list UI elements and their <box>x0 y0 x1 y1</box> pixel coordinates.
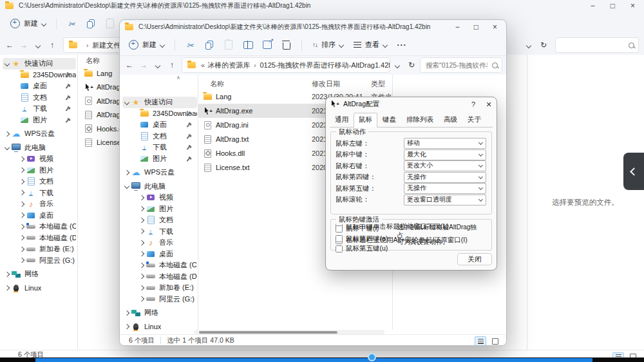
media-progress-knob[interactable] <box>368 353 376 361</box>
sidebar-item[interactable]: 快速访问 <box>122 97 197 108</box>
sidebar-item[interactable]: 桌面 <box>3 210 76 222</box>
dialog-tab[interactable]: 通用 <box>330 113 354 127</box>
sidebar-item[interactable]: 桌面 <box>122 249 197 260</box>
dialog-tab[interactable]: 排除列表 <box>401 113 439 127</box>
copy-button[interactable] <box>81 17 100 31</box>
new-button[interactable]: 新建 <box>5 16 51 31</box>
sidebar-item[interactable]: 阿里云 (G:) <box>3 255 76 267</box>
expand-chevron-icon[interactable] <box>3 132 11 136</box>
dialog-tab[interactable]: 高级 <box>439 113 462 127</box>
hotkey-checkbox[interactable]: 鼠标第五键(u) <box>336 244 400 253</box>
expand-chevron-icon[interactable] <box>17 202 26 206</box>
file-row[interactable]: AltDrag.exe 2021/ <box>79 81 120 95</box>
sidebar-item[interactable]: Linux <box>122 321 197 333</box>
expand-chevron-icon[interactable] <box>137 218 146 222</box>
expand-chevron-icon[interactable] <box>137 297 146 301</box>
expand-chevron-icon[interactable] <box>17 213 26 217</box>
sidebar-item[interactable]: 桌面 <box>122 119 197 131</box>
sidebar-item[interactable]: 图片 <box>3 115 76 126</box>
media-progress-bar[interactable] <box>35 358 592 362</box>
sidebar-item[interactable]: 下载 <box>3 103 76 115</box>
sidebar-item[interactable]: 文档 <box>3 92 76 104</box>
expand-chevron-icon[interactable] <box>122 171 131 175</box>
address-bar[interactable]: « 冰棒的资源库 › 0125-拖拽软件界面进行移动-AltDrag1.42bi… <box>182 57 390 73</box>
refresh-button[interactable] <box>536 41 551 50</box>
expand-chevron-icon[interactable] <box>137 252 146 256</box>
back-titlebar[interactable]: C:\Users\Administrator\Desktop\新建文件夹\冰棒的… <box>0 0 644 12</box>
close-dialog-button[interactable]: 关闭 <box>457 253 492 265</box>
recent-locations-button[interactable] <box>151 61 165 70</box>
expand-chevron-icon[interactable] <box>17 247 26 251</box>
sidebar-item[interactable]: 新加卷 (E:) <box>122 282 197 294</box>
expand-chevron-icon[interactable] <box>137 229 146 233</box>
recent-locations-button[interactable] <box>31 41 45 50</box>
delete-button[interactable] <box>277 38 296 52</box>
sidebar-item[interactable]: 视频 <box>122 192 197 204</box>
search-input[interactable] <box>421 61 502 69</box>
hotkey-checkbox[interactable]: 鼠标第四键(o) <box>336 234 400 243</box>
paste-button[interactable] <box>219 38 238 52</box>
sidebar-item[interactable]: 网络 <box>3 269 76 280</box>
file-row[interactable]: Lang 2023/1/30 20:41 文件夹 <box>79 66 120 81</box>
sidebar-item[interactable]: 图片 <box>122 204 197 215</box>
sidebar-item[interactable]: 本地磁盘 (C:) <box>3 221 76 233</box>
search-box[interactable] <box>420 57 502 73</box>
sidebar-item[interactable]: 下载 <box>3 187 76 199</box>
sidebar-item[interactable]: 新加卷 (E:) <box>3 243 76 255</box>
minimize-button[interactable]: − <box>591 1 595 10</box>
address-dropdown-button[interactable] <box>522 41 536 50</box>
expand-chevron-icon[interactable] <box>137 274 146 278</box>
expand-chevron-icon[interactable] <box>122 100 131 104</box>
action-select[interactable]: 移动 <box>404 138 486 149</box>
expand-chevron-icon[interactable] <box>17 258 26 262</box>
breadcrumb-overflow[interactable]: « <box>201 61 205 69</box>
checkbox-box[interactable] <box>336 235 343 242</box>
column-name[interactable]: 名称 <box>210 79 224 89</box>
rename-button[interactable] <box>238 38 258 52</box>
expand-chevron-icon[interactable] <box>137 241 146 245</box>
action-select[interactable]: 无操作 <box>404 183 486 194</box>
sidebar-item[interactable]: 文档 <box>122 131 197 142</box>
expand-chevron-icon[interactable] <box>17 191 26 195</box>
dialog-close-button[interactable]: ✕ <box>481 100 497 109</box>
sort-button[interactable]: ↑↓ 排序 <box>307 37 348 52</box>
sidebar-item[interactable]: 2345Downloads <box>3 70 76 81</box>
restore-button[interactable]: □ <box>611 1 615 10</box>
expand-chevron-icon[interactable] <box>17 157 26 161</box>
dialog-titlebar[interactable]: AltDrag配置 ? ✕ <box>326 97 497 111</box>
maximize-button[interactable]: □ <box>474 23 478 32</box>
expand-chevron-icon[interactable] <box>17 168 26 172</box>
view-button[interactable]: 查看 <box>348 37 392 52</box>
close-button[interactable]: × <box>493 23 497 32</box>
expand-chevron-icon[interactable] <box>122 325 131 329</box>
address-dropdown-button[interactable] <box>390 61 404 70</box>
paste-button[interactable] <box>100 17 120 31</box>
sidebar-item[interactable]: 本地磁盘 (D:) <box>3 233 76 244</box>
sidebar-item[interactable]: 本地磁盘 (D:) <box>122 271 197 283</box>
file-row[interactable]: AltDrag.ini 2023/1 <box>79 94 120 108</box>
file-row[interactable]: Hooks.dll 2021/4 <box>79 122 120 136</box>
sidebar-item[interactable]: 图片 <box>122 153 197 165</box>
sidebar-item[interactable]: 文档 <box>3 176 76 187</box>
scrollbar-thumb[interactable] <box>199 331 337 334</box>
sidebar-item[interactable]: 网络 <box>122 307 197 319</box>
sidebar-item[interactable]: 图片 <box>3 165 76 176</box>
dialog-tab[interactable]: 键盘 <box>377 113 401 127</box>
pane-divider[interactable] <box>77 55 78 350</box>
sidebar-item[interactable]: 阿里云 (G:) <box>122 294 197 305</box>
thumbnail-view-button[interactable] <box>489 336 501 346</box>
minimize-button[interactable]: − <box>455 23 460 32</box>
action-select[interactable]: 更改大小 <box>404 160 486 171</box>
close-button[interactable]: × <box>630 1 635 10</box>
expand-chevron-icon[interactable] <box>137 196 146 200</box>
sidebar-item[interactable]: 下载 <box>122 226 197 238</box>
sidebar-item[interactable]: WPS云盘 <box>3 128 76 140</box>
refresh-button[interactable] <box>404 61 419 70</box>
expand-chevron-icon[interactable] <box>3 146 11 149</box>
expand-chevron-icon[interactable] <box>137 286 146 290</box>
search-box[interactable] <box>555 37 639 53</box>
action-select[interactable]: 更改窗口透明度 <box>404 195 486 205</box>
details-view-button[interactable] <box>475 336 486 346</box>
sidebar-item[interactable]: 本地磁盘 (C:) <box>122 260 197 271</box>
copy-button[interactable] <box>200 38 219 52</box>
